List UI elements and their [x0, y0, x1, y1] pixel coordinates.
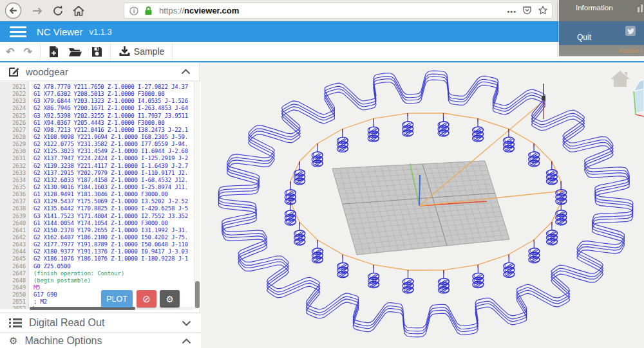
machine-gear-icon: ⚙: [9, 335, 17, 347]
url-text: https://ncviewer.com: [159, 6, 239, 15]
edit-pencil-icon: [8, 66, 20, 77]
gcode-line: 2636G1 X128.9491 Y181.3046 Z-1.0000 F300…: [0, 191, 200, 198]
back-button[interactable]: [5, 2, 22, 19]
save-file-button[interactable]: [87, 42, 107, 60]
gcode-panel: woodgear 2621G2 X78.7770 Y211.7650 Z-1.0…: [0, 62, 200, 348]
gcode-line: 2640G1 X144.0054 Y174.1054 Z-1.0000 F300…: [0, 220, 200, 227]
nc-viewer-window: https://ncviewer.com ••• NC Viewer v1.1.…: [0, 0, 644, 348]
gcode-line: 2641G2 X150.2378 Y179.2655 Z-1.0000 I31.…: [0, 227, 200, 234]
gcode-line: 2635G2 X130.9016 Y184.1603 Z-1.0000 I-25…: [0, 184, 200, 191]
app-version: v1.1.3: [89, 27, 111, 37]
gcode-line: 2642G2 X162.6487 Y186.2180 Z-1.0000 I50.…: [0, 234, 200, 241]
editor-header: woodgear: [0, 62, 200, 80]
forward-button[interactable]: [28, 2, 46, 19]
open-folder-icon: [68, 46, 82, 57]
app-header: NC Viewer v1.1.3: [0, 21, 644, 42]
gcode-line: 2629G2 X122.0775 Y231.3582 Z-1.0000 I77.…: [0, 141, 200, 148]
nav-cube-x-axis: [636, 114, 644, 116]
gcode-line: 2625G3 X92.5398 Y202.3255 Z-1.0000 I1.79…: [0, 113, 200, 120]
cancel-icon: ⊘: [142, 293, 151, 304]
new-file-button[interactable]: [44, 42, 64, 60]
digital-readout-label: Digital Read Out: [29, 317, 104, 329]
stop-button[interactable]: ⊘: [137, 290, 156, 307]
reset-view-home-icon[interactable]: [611, 71, 630, 87]
toolbar-separator: [40, 44, 41, 59]
stats-bars-icon: [638, 5, 644, 12]
toolbar-separator: [172, 44, 173, 59]
url-bar[interactable]: https://ncviewer.com •••: [124, 3, 553, 19]
home-icon: [71, 4, 86, 18]
app-title: NC Viewer: [37, 26, 82, 37]
overlay-quit-item[interactable]: Quit: [559, 21, 644, 45]
open-file-button[interactable]: [64, 42, 87, 60]
file-title: woodgear: [26, 66, 68, 77]
https-lock-icon[interactable]: [144, 6, 153, 15]
redo-button[interactable]: ↷: [19, 42, 36, 60]
gcode-line: 2644G2 X180.9377 Y191.1376 Z-1.0000 I0.9…: [0, 248, 200, 255]
gcode-line: 2645G2 X186.1076 Y186.1076 Z-1.0000 I-18…: [0, 255, 200, 262]
plot-settings-button[interactable]: ⚙: [160, 290, 180, 307]
save-floppy-icon: [91, 46, 102, 57]
gcode-editor[interactable]: 2621G2 X78.7770 Y211.7650 Z-1.0000 I-27.…: [0, 82, 200, 309]
twitter-bird-icon: [627, 28, 634, 34]
machine-options-label: Machine Options: [24, 335, 102, 347]
menu-hamburger-icon[interactable]: [10, 26, 26, 37]
gcode-line: 2639G3 X141.7523 Y171.4804 Z-1.0000 I2.7…: [0, 213, 200, 220]
editor-vscrollbar[interactable]: [194, 82, 200, 309]
download-sample-icon: [118, 46, 131, 57]
editor-toolbar: ↶ ↷ Sample: [0, 42, 644, 62]
gear-icon: ⚙: [166, 294, 174, 304]
reload-icon: [51, 4, 65, 18]
list-icon: [9, 318, 22, 328]
pocket-icon[interactable]: [522, 5, 532, 17]
undo-button[interactable]: ↶: [1, 42, 19, 60]
gcode-line: 2637G3 X129.5437 Y175.5869 Z-1.0000 I3.5…: [0, 198, 200, 205]
reload-button[interactable]: [49, 2, 66, 19]
gcode-line: 2632G2 X139.3238 Y221.4117 Z-1.0000 I-1.…: [0, 163, 200, 170]
home-button[interactable]: [70, 2, 87, 19]
tool-marker: [542, 96, 545, 100]
gcode-line: 2648(begin postamble): [0, 277, 200, 284]
digital-readout-section[interactable]: Digital Read Out: [0, 313, 200, 332]
3d-viewport[interactable]: [201, 62, 644, 348]
gcode-line: 2646G0 Z25.0500: [0, 263, 200, 270]
gcode-line: 2638G2 X135.6442 Y170.8825 Z-1.0000 I-42…: [0, 205, 200, 212]
gcode-line: 2643G2 X177.7977 Y191.8789 Z-1.0000 I50.…: [0, 241, 200, 248]
gcode-line: 2624G2 X86.7946 Y200.1671 Z-1.0000 I-263…: [0, 105, 200, 112]
page-info-icon[interactable]: [129, 6, 138, 15]
gcode-lines: 2621G2 X78.7770 Y211.7650 Z-1.0000 I-27.…: [0, 84, 200, 309]
gcode-line: 2647(finish operation: Contour): [0, 270, 200, 277]
sample-button[interactable]: Sample: [114, 42, 169, 60]
expand-dro-chevron-icon[interactable]: [182, 317, 191, 329]
vscrollbar-thumb[interactable]: [195, 281, 200, 308]
gcode-line: 2630G2 X125.3023 Y231.4549 Z-1.0000 I1.6…: [0, 148, 200, 155]
twitter-button[interactable]: [625, 26, 636, 36]
quit-label: Quit: [577, 33, 591, 42]
overlay-information-item[interactable]: Information: [559, 0, 644, 21]
toolbar-separator: [110, 44, 111, 59]
user-label: Xander |: [619, 47, 642, 54]
gcode-line: 2622G1 X77.6302 Y208.5013 Z-1.0000 F3000…: [0, 91, 200, 98]
browser-toolbar: https://ncviewer.com •••: [0, 0, 644, 21]
gcode-line: 2628G2 X108.9098 Y221.9694 Z-1.0000 I68.…: [0, 134, 200, 141]
gcode-line: 2621G2 X78.7770 Y211.7650 Z-1.0000 I-27.…: [0, 84, 200, 91]
page-actions-icon[interactable]: •••: [507, 8, 516, 15]
gcode-line: 2633G2 X137.2915 Y202.7979 Z-1.0000 I-11…: [0, 170, 200, 177]
gcode-line: 2626G1 X94.0367 Y205.4443 Z-1.0000 F3000…: [0, 120, 200, 127]
machine-options-section[interactable]: ⚙ Machine Options: [0, 333, 200, 348]
gcode-line: 2634G2 X132.6033 Y187.4158 Z-1.0000 I-68…: [0, 177, 200, 184]
overlay-menu: Information Quit Xander |: [558, 0, 644, 56]
gcode-line: 2627G2 X98.7213 Y212.0416 Z-1.0000 I38.2…: [0, 127, 200, 134]
sample-label: Sample: [134, 46, 164, 57]
overlay-user-strip: Xander |: [559, 45, 644, 56]
information-label: Information: [576, 4, 613, 12]
forward-arrow-icon: [33, 8, 41, 14]
bookmark-star-icon[interactable]: [538, 5, 548, 18]
collapse-editor-chevron-icon[interactable]: [181, 66, 191, 77]
gcode-line: 2623G3 X79.6844 Y203.1323 Z-1.0000 I4.05…: [0, 98, 200, 105]
collapse-machine-chevron-icon[interactable]: [182, 335, 191, 347]
new-file-icon: [48, 46, 59, 58]
gcode-line: 2631G2 X137.7947 Y224.2424 Z-1.0000 I-12…: [0, 155, 200, 162]
z-axis: [419, 175, 420, 206]
plot-button[interactable]: PLOT: [101, 290, 133, 307]
